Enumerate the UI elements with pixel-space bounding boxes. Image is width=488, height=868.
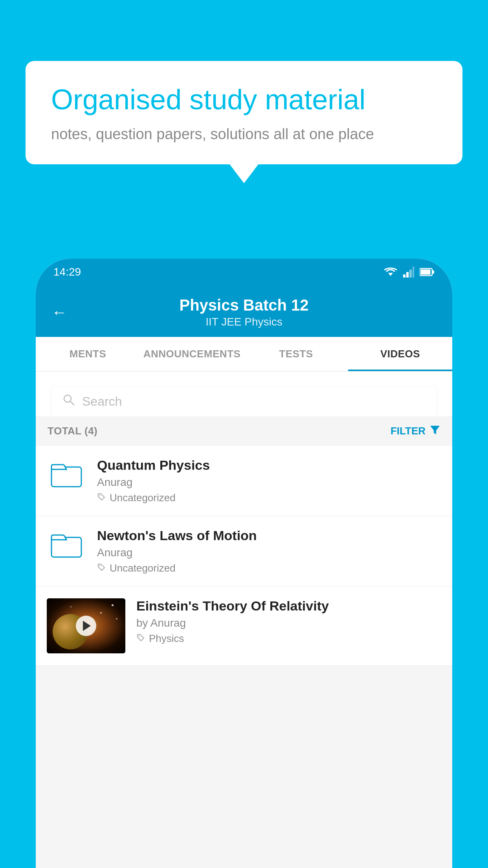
- back-button[interactable]: ←: [51, 303, 67, 321]
- speech-bubble-container: Organised study material notes, question…: [26, 61, 462, 164]
- status-time: 14:29: [53, 266, 81, 278]
- filter-funnel-icon: [429, 424, 440, 438]
- folder-icon: [47, 528, 86, 558]
- video-tag: Uncategorized: [97, 562, 441, 574]
- tag-icon: [136, 633, 145, 645]
- video-title: Einstein's Theory Of Relativity: [136, 598, 441, 614]
- svg-point-14: [99, 565, 101, 566]
- filter-label: FILTER: [391, 425, 426, 437]
- play-button[interactable]: [76, 616, 96, 636]
- svg-marker-10: [430, 426, 440, 434]
- list-item[interactable]: Quantum Physics Anurag Uncategorized: [36, 446, 452, 516]
- video-info: Quantum Physics Anurag Uncategorized: [97, 458, 441, 504]
- battery-icon: [420, 268, 435, 276]
- tab-tests[interactable]: TESTS: [244, 337, 348, 371]
- svg-rect-1: [403, 274, 405, 278]
- filter-button[interactable]: FILTER: [391, 424, 440, 438]
- header-text: Physics Batch 12 IIT JEE Physics: [79, 296, 409, 328]
- svg-rect-3: [409, 270, 412, 278]
- svg-rect-7: [421, 270, 431, 275]
- video-thumbnail: [47, 598, 125, 653]
- tag-icon: [97, 562, 106, 574]
- list-item[interactable]: Newton's Laws of Motion Anurag Uncategor…: [36, 516, 452, 587]
- svg-point-15: [139, 636, 140, 637]
- video-info: Newton's Laws of Motion Anurag Uncategor…: [97, 528, 441, 574]
- video-list: Quantum Physics Anurag Uncategorized: [36, 446, 452, 666]
- svg-rect-6: [432, 270, 434, 274]
- header-title: Physics Batch 12: [79, 296, 409, 314]
- list-item[interactable]: Einstein's Theory Of Relativity by Anura…: [36, 587, 452, 666]
- tag-icon: [97, 492, 106, 504]
- bubble-subtitle: notes, question papers, solutions all at…: [51, 126, 437, 143]
- video-tag: Uncategorized: [97, 492, 441, 504]
- tab-ments[interactable]: MENTS: [36, 337, 140, 371]
- signal-icon: [403, 267, 414, 278]
- video-title: Quantum Physics: [97, 458, 441, 473]
- search-input-placeholder: Search: [82, 394, 122, 409]
- search-icon: [62, 394, 75, 409]
- tag-label: Physics: [149, 633, 184, 645]
- svg-line-9: [70, 401, 74, 405]
- filter-bar: TOTAL (4) FILTER: [36, 416, 452, 446]
- bubble-title: Organised study material: [51, 83, 437, 116]
- svg-rect-4: [413, 267, 414, 278]
- tag-label: Uncategorized: [110, 562, 176, 574]
- tab-announcements[interactable]: ANNOUNCEMENTS: [140, 337, 244, 371]
- video-author: Anurag: [97, 546, 441, 559]
- svg-point-12: [99, 495, 101, 496]
- video-info: Einstein's Theory Of Relativity by Anura…: [136, 598, 441, 645]
- tab-videos[interactable]: VIDEOS: [348, 337, 452, 371]
- status-icons: [383, 267, 435, 278]
- header-subtitle: IIT JEE Physics: [79, 316, 409, 328]
- wifi-icon: [383, 267, 398, 278]
- phone-frame: 14:29: [36, 259, 452, 868]
- svg-rect-2: [406, 272, 409, 278]
- app-header: ← Physics Batch 12 IIT JEE Physics: [36, 285, 452, 337]
- tag-label: Uncategorized: [110, 492, 176, 504]
- video-author: Anurag: [97, 476, 441, 489]
- svg-marker-0: [388, 273, 393, 276]
- video-tag: Physics: [136, 633, 441, 645]
- video-author: by Anurag: [136, 617, 441, 629]
- search-bar[interactable]: Search: [51, 386, 437, 416]
- tab-bar: MENTS ANNOUNCEMENTS TESTS VIDEOS: [36, 337, 452, 371]
- folder-icon: [47, 458, 86, 487]
- total-count-label: TOTAL (4): [48, 425, 97, 437]
- video-title: Newton's Laws of Motion: [97, 528, 441, 543]
- phone-inner: 14:29: [36, 259, 452, 868]
- speech-bubble: Organised study material notes, question…: [26, 61, 462, 164]
- status-bar: 14:29: [36, 259, 452, 285]
